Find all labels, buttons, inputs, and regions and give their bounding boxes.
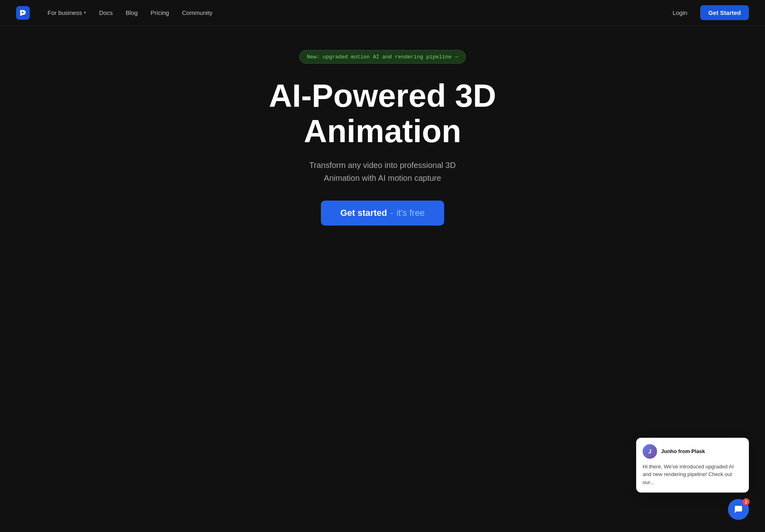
cta-bold-text: Get started <box>340 208 387 218</box>
get-started-nav-button[interactable]: Get Started <box>700 5 749 20</box>
nav-link-blog[interactable]: Blog <box>121 7 143 19</box>
chat-sender: Junho from Plask <box>661 448 705 454</box>
nav-right: Login Get Started <box>666 5 749 20</box>
logo[interactable] <box>16 6 30 20</box>
chat-avatar: J <box>643 444 657 459</box>
hero-title: AI-Powered 3D Animation <box>201 78 564 149</box>
chat-message: Hi there, We've introduced upgraded AI a… <box>643 463 742 486</box>
nav-link-for-business[interactable]: For business ▾ <box>43 7 91 19</box>
cta-light-text: it's free <box>397 208 425 218</box>
chat-badge: 2 <box>742 498 750 505</box>
badge-text: New: upgraded motion AI and rendering pi… <box>307 54 451 60</box>
login-button[interactable]: Login <box>666 6 694 19</box>
svg-rect-1 <box>22 12 23 13</box>
badge-arrow-icon: → <box>455 54 458 60</box>
chat-popup: J Junho from Plask Hi there, We've intro… <box>636 438 749 493</box>
nav-link-community[interactable]: Community <box>177 7 217 19</box>
cta-separator: - <box>390 208 393 218</box>
nav-links: For business ▾ Docs Blog Pricing Communi… <box>43 7 217 19</box>
hero-subtitle: Transform any video into professional 3D… <box>309 159 456 184</box>
chevron-down-icon: ▾ <box>84 10 86 15</box>
chat-open-button[interactable]: 2 <box>728 499 749 520</box>
announcement-badge[interactable]: New: upgraded motion AI and rendering pi… <box>299 50 465 64</box>
nav-left: For business ▾ Docs Blog Pricing Communi… <box>16 6 217 20</box>
cta-button[interactable]: Get started - it's free <box>321 201 444 226</box>
hero-section: New: upgraded motion AI and rendering pi… <box>0 26 765 266</box>
chat-widget: J Junho from Plask Hi there, We've intro… <box>636 438 749 520</box>
navbar: For business ▾ Docs Blog Pricing Communi… <box>0 0 765 26</box>
nav-link-docs[interactable]: Docs <box>94 7 118 19</box>
nav-link-pricing[interactable]: Pricing <box>146 7 174 19</box>
chat-popup-header: J Junho from Plask <box>643 444 742 459</box>
